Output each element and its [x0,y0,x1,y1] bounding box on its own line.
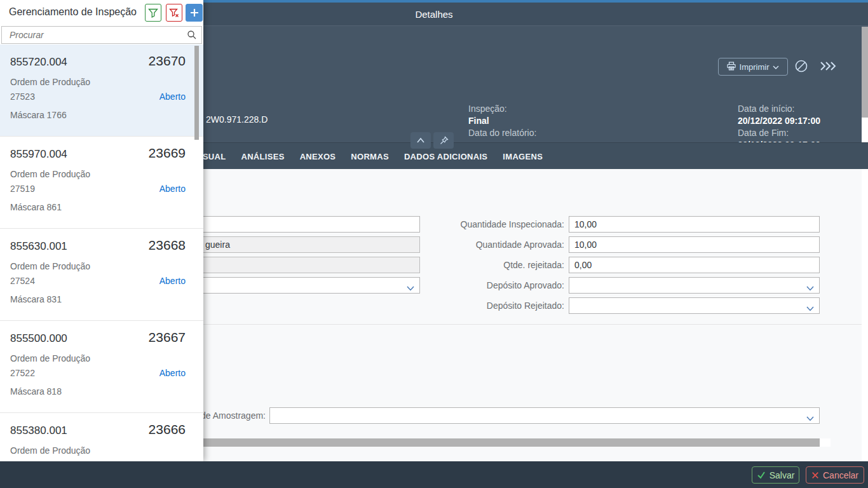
plus-icon [190,8,199,17]
list-item[interactable]: 855970.004 23669 Ordem de Produção 27519… [0,137,203,229]
item-mask: Máscara 1766 [10,110,186,120]
app-window: Detalhes Imprimir [0,0,868,488]
list-item[interactable]: 855720.004 23670 Ordem de Produção 27523… [0,44,203,137]
cancel-button[interactable]: Cancelar [806,466,864,484]
horizontal-scrollbar-thumb[interactable] [203,438,820,447]
section-divider [203,324,862,325]
pin-icon [439,136,449,146]
add-button[interactable] [186,4,203,22]
item-code: 855720.004 [10,56,67,69]
item-code: 855380.001 [10,424,67,437]
print-button[interactable]: Imprimir [718,58,788,76]
start-date-value: 20/12/2022 09:17:00 [738,115,820,127]
item-order-label: Ordem de Produção [10,77,186,87]
clear-filter-button[interactable] [166,4,182,22]
item-number: 23666 [149,422,186,437]
item-number: 23669 [149,146,186,161]
sidebar: Gerenciamento de Inspeção [0,0,203,461]
dialog-title: Detalhes [415,9,452,20]
search-icon[interactable] [187,30,197,43]
item-order-number: 27519 [10,184,35,194]
chevron-down-icon [773,62,779,72]
tab-strip: VISUAL ANÁLISES ANEXOS NORMAS DADOS ADIC… [194,143,543,170]
field-label: Qtde. rejeitada: [407,260,564,270]
material-code: 2W0.971.228.D [206,114,268,125]
check-icon [757,471,766,479]
search-input[interactable] [1,26,202,44]
end-date-label: Data de Fim: [738,127,820,139]
pin-header-button[interactable] [433,132,454,149]
tab-dados-adicionais[interactable]: DADOS ADICIONAIS [404,152,487,161]
save-button[interactable]: Salvar [752,466,799,484]
qty-inspected-input[interactable] [569,216,820,233]
x-icon [811,471,819,479]
item-number: 23668 [149,238,186,253]
vertical-scrollbar-track[interactable] [862,118,868,142]
tab-anexos[interactable]: ANEXOS [300,152,336,161]
vertical-scrollbar-lower-track [862,169,868,461]
start-date-label: Data de início: [738,103,820,115]
item-number: 23670 [149,53,186,69]
print-button-label: Imprimir [740,62,770,72]
field-label: Quantidade Inspecionada: [407,219,564,229]
field-label: Depósito Rejeitado: [407,301,564,311]
item-order-label: Ordem de Produção [10,445,186,456]
inspection-value: Final [468,115,536,127]
printer-icon [727,62,736,72]
item-status: Aberto [159,92,186,102]
cancel-circle-icon[interactable] [794,59,808,76]
chevron-up-icon [416,137,426,144]
item-order-label: Ordem de Produção [10,169,186,179]
overflow-chevrons-icon[interactable] [820,61,836,74]
item-code: 855500.000 [10,332,67,345]
filter-icon [148,8,158,18]
tab-analises[interactable]: ANÁLISES [241,152,284,161]
report-date-label: Data do relatório: [468,127,536,139]
item-order-number: 27522 [10,368,35,378]
inspection-info-column: Inspeção: Final Data do relatório: [468,103,536,139]
sidebar-scrollbar-thumb[interactable] [194,46,199,140]
item-code: 855970.004 [10,148,67,161]
list-item[interactable]: 855380.001 23666 Ordem de Produção [0,413,203,461]
chevron-down-icon [806,283,814,293]
left-field-2-value: gueira [205,240,230,250]
rejected-deposit-select[interactable] [569,297,820,314]
tab-imagens[interactable]: IMAGENS [503,152,543,161]
dialog-footer: Salvar Cancelar [0,461,868,488]
filter-x-icon [169,8,179,18]
item-status: Aberto [159,368,186,378]
item-mask: Máscara 818 [10,386,186,396]
qty-rejected-input[interactable] [569,257,820,273]
tab-normas[interactable]: NORMAS [351,152,389,161]
inspection-label: Inspeção: [468,103,536,115]
list-item[interactable]: 855630.001 23668 Ordem de Produção 27524… [0,229,203,321]
filter-button[interactable] [145,4,161,22]
save-button-label: Salvar [770,470,795,480]
list-item[interactable]: 855500.000 23667 Ordem de Produção 27522… [0,321,203,413]
qty-approved-input[interactable] [569,236,820,253]
item-order-number: 27523 [10,92,35,102]
field-label: Depósito Aprovado: [407,280,564,290]
item-status: Aberto [159,276,186,286]
inspection-list: 855720.004 23670 Ordem de Produção 27523… [0,44,203,461]
approved-deposit-select[interactable] [569,277,820,294]
item-status: Aberto [159,184,186,194]
sampling-type-select[interactable] [269,407,820,424]
item-order-label: Ordem de Produção [10,261,186,271]
collapse-header-button[interactable] [410,132,431,149]
item-order-number: 27524 [10,276,35,286]
chevron-down-icon [806,303,814,313]
item-mask: Máscara 861 [10,202,186,212]
cancel-button-label: Cancelar [823,470,858,480]
field-label: Quantidade Aprovada: [407,240,564,250]
item-code: 855630.001 [10,240,67,253]
item-order-label: Ordem de Produção [10,353,186,363]
item-mask: Máscara 831 [10,294,186,304]
item-number: 23667 [149,330,186,345]
chevron-down-icon [806,413,814,423]
sidebar-title: Gerenciamento de Inspeção [9,6,137,18]
vertical-scrollbar-thumb[interactable] [862,27,868,118]
